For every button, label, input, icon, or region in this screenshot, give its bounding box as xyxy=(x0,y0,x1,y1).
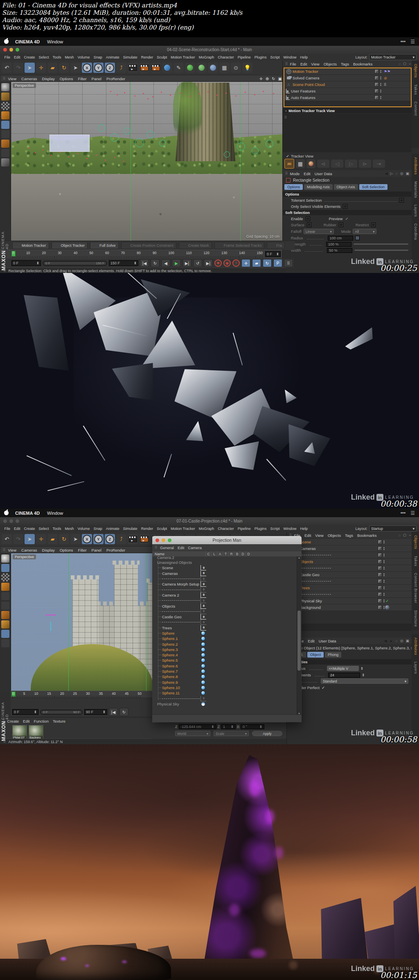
point-level-toggle[interactable]: ⠿ xyxy=(284,259,293,267)
scrollbar-thumb[interactable] xyxy=(297,611,301,671)
dialog-row-icon[interactable] xyxy=(200,556,206,560)
material-thumbnail[interactable]: PMat 07 xyxy=(12,725,27,740)
viewport-menu-item[interactable]: Display xyxy=(40,548,57,552)
select-tool[interactable]: ➤ xyxy=(25,63,35,73)
viewport-3d[interactable]: Perspective Grid Spacing: 10 cm xyxy=(11,81,283,241)
attribute-side-tab[interactable]: Coordina xyxy=(414,223,418,240)
drag-handle-icon[interactable]: ⠿ xyxy=(3,77,6,81)
attribute-menu-item[interactable]: User Data xyxy=(313,171,334,176)
object-row[interactable] xyxy=(287,578,412,585)
object-manager-menu-item[interactable]: Objects xyxy=(322,62,339,66)
history-back-icon[interactable]: ◀ xyxy=(384,639,387,643)
menu-item[interactable]: Volume xyxy=(76,55,92,59)
dialog-list-row[interactable]: Sphere.5 xyxy=(152,658,297,663)
object-row[interactable] xyxy=(287,552,412,559)
record-button[interactable]: ✱ xyxy=(214,259,222,267)
visibility-toggles[interactable] xyxy=(374,89,381,93)
object-manager-menu-item[interactable]: File xyxy=(288,62,298,66)
undo-button[interactable]: ↶ xyxy=(2,63,12,73)
coordinate-system-toggle[interactable]: ⤴ xyxy=(116,63,126,73)
select-tool[interactable]: ➤ xyxy=(25,534,35,544)
drag-handle-icon[interactable]: ⠿ xyxy=(285,62,288,66)
visibility-toggles[interactable] xyxy=(378,579,385,583)
object-manager-menu-item[interactable]: Edit xyxy=(302,533,313,538)
dialog-list-row[interactable]: Sphere.2 xyxy=(152,641,297,647)
dialog-list-row[interactable]: Unassigned Objects xyxy=(152,560,297,565)
b-rotation-field[interactable]: 0 °⬍ xyxy=(241,724,264,729)
drag-handle-icon[interactable]: ⠿ xyxy=(155,545,158,550)
dialog-row-icon[interactable] xyxy=(200,685,206,690)
viewport-solo-icon[interactable] xyxy=(1,158,9,167)
properties-header[interactable]: Properties xyxy=(287,659,412,665)
manager-tab[interactable]: Content xyxy=(414,101,418,116)
column-letter[interactable]: D xyxy=(240,551,246,557)
window-menu[interactable]: Window xyxy=(47,39,63,44)
scale-tool[interactable]: ▰ xyxy=(47,534,58,544)
dialog-row-icon[interactable] xyxy=(200,565,206,570)
spline-pen-button[interactable]: ✎ xyxy=(173,63,184,73)
viewport-menu-item[interactable]: ProRender xyxy=(104,548,128,552)
column-letter[interactable]: B xyxy=(234,551,240,557)
dialog-row-icon[interactable] xyxy=(200,636,206,641)
attribute-tab[interactable]: Phong xyxy=(325,652,341,658)
menu-item[interactable]: File xyxy=(2,527,12,531)
play-backwards-button[interactable]: ↻ xyxy=(119,708,128,716)
only-visible-checkbox[interactable] xyxy=(343,204,347,209)
visibility-toggles[interactable] xyxy=(378,605,385,610)
dialog-list-row[interactable]: Sphere.1 xyxy=(152,636,297,641)
segments-field[interactable]: 24 xyxy=(328,673,360,678)
edges-mode-icon[interactable] xyxy=(1,130,9,138)
dialog-row-icon[interactable] xyxy=(200,625,206,631)
dialog-list-row[interactable]: Sphere.11 xyxy=(152,690,297,696)
dialog-list-row[interactable]: Physical Sky xyxy=(152,701,297,707)
object-manager-menu-item[interactable]: Objects xyxy=(326,533,343,538)
tracker-action-button[interactable]: Frame Selected Tracks xyxy=(214,242,265,249)
dialog-list-row[interactable]: Camera.2 xyxy=(152,556,297,560)
rotate-view-icon[interactable]: ↻ xyxy=(272,77,275,81)
preview-check-icon[interactable]: ✓ xyxy=(345,216,348,221)
menu-item[interactable]: Mesh xyxy=(63,55,76,59)
window-menu[interactable]: Window xyxy=(47,511,63,516)
search-icon[interactable]: ◌ xyxy=(399,62,401,66)
object-row[interactable]: Trees xyxy=(287,585,412,591)
tracker-action-button[interactable]: Fra xyxy=(267,242,285,249)
x-axis-lock[interactable]: X xyxy=(82,534,92,544)
attribute-side-tab[interactable]: Attributes xyxy=(414,638,418,655)
object-manager-menu-item[interactable]: Bookmarks xyxy=(355,533,379,538)
play-backwards-button[interactable]: ↻ xyxy=(151,259,160,267)
viewport-menu-item[interactable]: Display xyxy=(40,77,57,81)
visibility-toggles[interactable] xyxy=(378,566,385,570)
dialog-row-icon[interactable] xyxy=(200,674,206,679)
object-manager-menu-item[interactable]: Edit xyxy=(298,62,309,66)
parameter-key-toggle[interactable]: P xyxy=(273,259,282,267)
texture-mode-icon[interactable] xyxy=(1,102,9,110)
track-forward-icon[interactable]: ⊳ xyxy=(359,160,371,168)
viewport-menu-item[interactable]: Cameras xyxy=(19,77,40,81)
tracker-action-button[interactable]: Create Position Constraint xyxy=(121,242,176,249)
keyframe-button[interactable]: ◉ xyxy=(223,259,231,267)
radius-slider[interactable] xyxy=(355,236,360,240)
restrict-checkbox[interactable] xyxy=(371,223,376,227)
path-icon[interactable]: ⬡ xyxy=(403,62,406,66)
viewport-menu-item[interactable]: Panel xyxy=(89,77,104,81)
column-letter[interactable]: D xyxy=(246,551,251,557)
points-mode-icon[interactable] xyxy=(1,121,9,129)
mode-dropdown[interactable]: All▾ xyxy=(353,229,376,234)
dialog-list-row[interactable]: Sphere.9 xyxy=(152,680,297,685)
type-dropdown[interactable]: Standard▾ xyxy=(321,678,408,684)
object-manager-menu-item[interactable]: View xyxy=(309,62,321,66)
texture-mode-icon[interactable] xyxy=(1,573,9,581)
dialog-row-icon[interactable] xyxy=(200,576,206,581)
attribute-side-tab[interactable]: Materials xyxy=(414,181,418,198)
end-frame-field[interactable]: 150 F⬍ xyxy=(109,260,138,266)
preview-range-bar[interactable]: 0 F150 F xyxy=(43,261,107,266)
attribute-side-tab[interactable]: Attributes xyxy=(414,157,418,175)
dialog-row-icon[interactable] xyxy=(200,663,206,668)
rubber-checkbox[interactable] xyxy=(339,223,343,227)
attribute-tab[interactable]: Options xyxy=(284,184,303,190)
render-queue-button[interactable] xyxy=(151,63,161,73)
redo-button[interactable]: ↷ xyxy=(13,534,23,544)
dialog-row-icon[interactable] xyxy=(200,598,206,603)
menu-item[interactable]: Select xyxy=(37,55,51,59)
dialog-row-icon[interactable] xyxy=(200,609,206,614)
